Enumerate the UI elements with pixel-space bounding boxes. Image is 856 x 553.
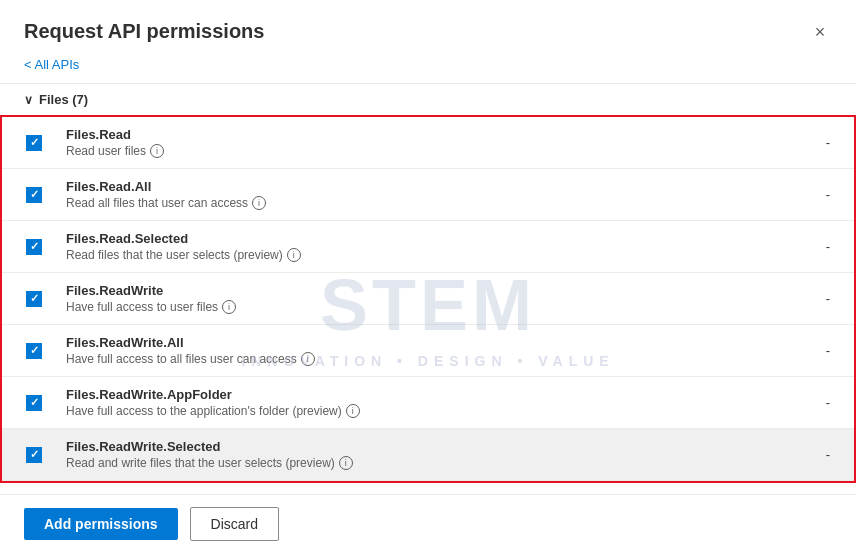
- permissions-list-area: Files.Read Read user files i - Files.Rea…: [0, 115, 856, 494]
- admin-consent-value: -: [800, 447, 830, 462]
- permission-info: Files.ReadWrite Have full access to user…: [58, 283, 800, 314]
- checkbox-cell: [26, 239, 58, 255]
- permission-description: Read user files i: [66, 144, 800, 158]
- permission-name: Files.Read: [66, 127, 800, 142]
- permission-description: Have full access to all files user can a…: [66, 352, 800, 366]
- chevron-down-icon: ∨: [24, 93, 33, 107]
- checkbox-cell: [26, 343, 58, 359]
- dialog-footer: Add permissions Discard: [0, 494, 856, 553]
- table-row: Files.ReadWrite.Selected Read and write …: [2, 429, 854, 481]
- permission-name: Files.ReadWrite.AppFolder: [66, 387, 800, 402]
- permission-checkbox[interactable]: [26, 447, 42, 463]
- checkbox-cell: [26, 135, 58, 151]
- checkbox-cell: [26, 291, 58, 307]
- close-button[interactable]: ×: [804, 16, 836, 48]
- admin-consent-value: -: [800, 291, 830, 306]
- info-icon[interactable]: i: [346, 404, 360, 418]
- permission-checkbox[interactable]: [26, 239, 42, 255]
- permission-info: Files.Read.Selected Read files that the …: [58, 231, 800, 262]
- table-row: Files.Read Read user files i -: [2, 117, 854, 169]
- section-header[interactable]: ∨ Files (7): [0, 84, 856, 115]
- info-icon[interactable]: i: [222, 300, 236, 314]
- permission-name: Files.ReadWrite: [66, 283, 800, 298]
- info-icon[interactable]: i: [301, 352, 315, 366]
- permission-info: Files.Read Read user files i: [58, 127, 800, 158]
- info-icon[interactable]: i: [287, 248, 301, 262]
- info-icon[interactable]: i: [252, 196, 266, 210]
- checkbox-cell: [26, 395, 58, 411]
- table-row: Files.ReadWrite.All Have full access to …: [2, 325, 854, 377]
- request-api-permissions-dialog: Request API permissions × < All APIs ∨ F…: [0, 0, 856, 553]
- permission-description: Read files that the user selects (previe…: [66, 248, 800, 262]
- table-row: Files.ReadWrite.AppFolder Have full acce…: [2, 377, 854, 429]
- permission-info: Files.Read.All Read all files that user …: [58, 179, 800, 210]
- checkbox-cell: [26, 187, 58, 203]
- permission-info: Files.ReadWrite.AppFolder Have full acce…: [58, 387, 800, 418]
- permission-description: Have full access to the application's fo…: [66, 404, 800, 418]
- permission-name: Files.Read.Selected: [66, 231, 800, 246]
- permission-info: Files.ReadWrite.All Have full access to …: [58, 335, 800, 366]
- discard-button[interactable]: Discard: [190, 507, 279, 541]
- section-title: Files (7): [39, 92, 88, 107]
- admin-consent-value: -: [800, 135, 830, 150]
- permission-name: Files.ReadWrite.Selected: [66, 439, 800, 454]
- add-permissions-button[interactable]: Add permissions: [24, 508, 178, 540]
- info-icon[interactable]: i: [150, 144, 164, 158]
- permission-checkbox[interactable]: [26, 187, 42, 203]
- back-link[interactable]: < All APIs: [24, 57, 79, 72]
- admin-consent-value: -: [800, 187, 830, 202]
- dialog-header: Request API permissions × < All APIs: [0, 0, 856, 84]
- checkbox-cell: [26, 447, 58, 463]
- permission-description: Read all files that user can access i: [66, 196, 800, 210]
- permission-description: Read and write files that the user selec…: [66, 456, 800, 470]
- permissions-table: Files.Read Read user files i - Files.Rea…: [0, 115, 856, 483]
- admin-consent-value: -: [800, 343, 830, 358]
- table-row: Files.Read.Selected Read files that the …: [2, 221, 854, 273]
- permission-checkbox[interactable]: [26, 395, 42, 411]
- dialog-title: Request API permissions: [24, 20, 832, 43]
- permission-checkbox[interactable]: [26, 135, 42, 151]
- permission-checkbox[interactable]: [26, 343, 42, 359]
- admin-consent-value: -: [800, 395, 830, 410]
- admin-consent-value: -: [800, 239, 830, 254]
- info-icon[interactable]: i: [339, 456, 353, 470]
- table-row: Files.ReadWrite Have full access to user…: [2, 273, 854, 325]
- permission-info: Files.ReadWrite.Selected Read and write …: [58, 439, 800, 470]
- table-row: Files.Read.All Read all files that user …: [2, 169, 854, 221]
- permission-name: Files.ReadWrite.All: [66, 335, 800, 350]
- permission-checkbox[interactable]: [26, 291, 42, 307]
- permission-description: Have full access to user files i: [66, 300, 800, 314]
- permission-name: Files.Read.All: [66, 179, 800, 194]
